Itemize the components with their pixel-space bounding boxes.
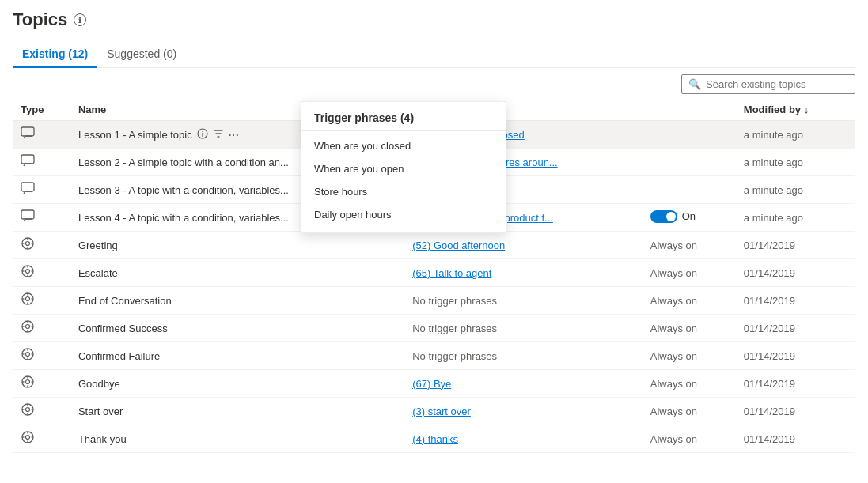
status-cell: Always on bbox=[642, 425, 736, 453]
svg-point-43 bbox=[26, 408, 30, 412]
modified-cell: a minute ago bbox=[736, 121, 855, 149]
status-cell: On bbox=[642, 204, 736, 232]
status-cell bbox=[642, 149, 736, 176]
modified-cell: 01/14/2019 bbox=[736, 342, 855, 370]
dropdown-item[interactable]: Daily open hours bbox=[301, 203, 506, 226]
topic-name: Escalate bbox=[70, 259, 404, 287]
topic-name: Thank you bbox=[70, 425, 404, 453]
type-icon-cell bbox=[13, 204, 70, 232]
trigger-phrases-cell[interactable]: (3) start over bbox=[404, 398, 642, 425]
system-icon bbox=[21, 378, 35, 391]
status-cell: Always on bbox=[642, 287, 736, 315]
trigger-phrases-cell[interactable]: No trigger phrases bbox=[404, 315, 642, 342]
modified-cell: 01/14/2019 bbox=[736, 315, 855, 342]
tab-existing[interactable]: Existing (12) bbox=[13, 41, 97, 68]
modified-cell: a minute ago bbox=[736, 149, 855, 176]
svg-text:i: i bbox=[201, 130, 203, 138]
topic-name: End of Conversation bbox=[70, 287, 404, 315]
conversation-icon bbox=[21, 157, 35, 170]
tab-suggested[interactable]: Suggested (0) bbox=[97, 41, 186, 68]
type-icon-cell bbox=[13, 315, 70, 342]
system-icon bbox=[21, 240, 35, 253]
trigger-link[interactable]: (3) start over bbox=[412, 406, 471, 417]
search-box[interactable]: 🔍 bbox=[681, 74, 855, 94]
trigger-link[interactable]: (52) Good afternoon bbox=[412, 240, 505, 251]
svg-rect-3 bbox=[21, 155, 34, 164]
search-input[interactable] bbox=[706, 78, 848, 90]
row-more-icon[interactable]: ··· bbox=[229, 129, 240, 141]
table-row: Greeting(52) Good afternoonAlways on01/1… bbox=[13, 232, 855, 259]
row-info-icon[interactable]: i bbox=[197, 128, 208, 142]
trigger-phrases-cell[interactable]: (65) Talk to agent bbox=[404, 259, 642, 287]
table-row: Thank you(4) thanksAlways on01/14/2019 bbox=[13, 425, 855, 453]
topic-name: Confirmed Success bbox=[70, 315, 404, 342]
type-icon-cell bbox=[13, 259, 70, 287]
modified-cell: 01/14/2019 bbox=[736, 287, 855, 315]
dropdown-item[interactable]: When are you closed bbox=[301, 134, 506, 157]
table-row: Confirmed FailureNo trigger phrasesAlway… bbox=[13, 342, 855, 370]
topic-name: Start over bbox=[70, 398, 404, 425]
status-cell: Always on bbox=[642, 342, 736, 370]
system-icon bbox=[21, 267, 35, 281]
status-cell bbox=[642, 121, 736, 149]
svg-point-7 bbox=[26, 242, 30, 246]
topic-name: Goodbye bbox=[70, 370, 404, 398]
trigger-phrases-cell[interactable]: (52) Good afternoon bbox=[404, 232, 642, 259]
conversation-icon bbox=[21, 212, 35, 225]
status-cell: Always on bbox=[642, 370, 736, 398]
system-icon bbox=[21, 323, 35, 336]
trigger-phrases-cell[interactable]: No trigger phrases bbox=[404, 287, 642, 315]
page-info-icon[interactable]: ℹ bbox=[74, 13, 86, 26]
trigger-phrases-cell[interactable]: No trigger phrases bbox=[404, 342, 642, 370]
type-icon-cell bbox=[13, 149, 70, 176]
search-icon: 🔍 bbox=[688, 78, 701, 90]
system-icon bbox=[21, 295, 35, 308]
svg-point-25 bbox=[26, 325, 30, 329]
conversation-icon bbox=[21, 184, 35, 198]
status-cell: Always on bbox=[642, 232, 736, 259]
trigger-link[interactable]: (65) Talk to agent bbox=[412, 267, 491, 279]
status-toggle[interactable]: On bbox=[650, 210, 696, 223]
type-icon-cell bbox=[13, 398, 70, 425]
modified-cell: a minute ago bbox=[736, 176, 855, 204]
trigger-link[interactable]: (67) Bye bbox=[412, 378, 451, 390]
system-icon bbox=[21, 433, 35, 447]
system-icon bbox=[21, 406, 35, 419]
type-icon-cell bbox=[13, 121, 70, 149]
trigger-link[interactable]: (4) thanks bbox=[412, 433, 458, 445]
modified-cell: a minute ago bbox=[736, 204, 855, 232]
dropdown-item[interactable]: Store hours bbox=[301, 180, 506, 203]
svg-rect-5 bbox=[21, 210, 34, 219]
modified-cell: 01/14/2019 bbox=[736, 398, 855, 425]
table-row: Goodbye(67) ByeAlways on01/14/2019 bbox=[13, 370, 855, 398]
table-row: End of ConversationNo trigger phrasesAlw… bbox=[13, 287, 855, 315]
toolbar: 🔍 bbox=[13, 68, 855, 99]
svg-rect-4 bbox=[21, 183, 34, 191]
type-icon-cell bbox=[13, 287, 70, 315]
topic-name: Greeting bbox=[70, 232, 404, 259]
trigger-phrases-cell[interactable]: (4) thanks bbox=[404, 425, 642, 453]
svg-point-19 bbox=[26, 297, 30, 301]
svg-point-49 bbox=[26, 436, 30, 440]
page-header: Topics ℹ bbox=[13, 9, 855, 30]
status-cell: Always on bbox=[642, 398, 736, 425]
type-icon-cell bbox=[13, 176, 70, 204]
svg-rect-0 bbox=[21, 127, 34, 136]
table-row: Start over(3) start overAlways on01/14/2… bbox=[13, 398, 855, 425]
trigger-phrases-cell[interactable]: (67) Bye bbox=[404, 370, 642, 398]
col-header-type: Type bbox=[13, 99, 70, 121]
tabs-bar: Existing (12) Suggested (0) bbox=[13, 41, 855, 68]
table-row: Confirmed SuccessNo trigger phrasesAlway… bbox=[13, 315, 855, 342]
topic-name: Confirmed Failure bbox=[70, 342, 404, 370]
col-header-status bbox=[642, 99, 736, 121]
svg-point-31 bbox=[26, 353, 30, 357]
conversation-icon bbox=[21, 129, 35, 142]
row-filter-icon[interactable] bbox=[213, 128, 224, 142]
table-row: Escalate(65) Talk to agentAlways on01/14… bbox=[13, 259, 855, 287]
dropdown-item[interactable]: When are you open bbox=[301, 157, 506, 180]
dropdown-title: Trigger phrases (4) bbox=[301, 111, 506, 131]
type-icon-cell bbox=[13, 342, 70, 370]
type-icon-cell bbox=[13, 370, 70, 398]
status-cell: Always on bbox=[642, 259, 736, 287]
col-header-modified: Modified by ↓ bbox=[736, 99, 855, 121]
